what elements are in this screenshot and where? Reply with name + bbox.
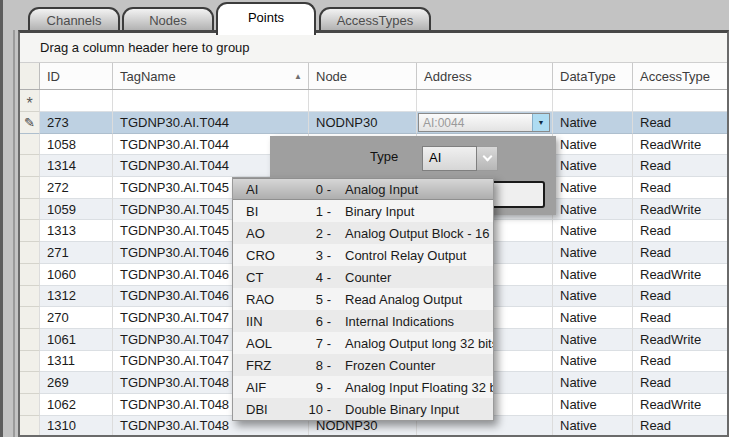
group-by-panel[interactable]: Drag a column header here to group (20, 33, 727, 63)
type-description: Control Relay Output (331, 248, 493, 263)
cell-datatype[interactable]: Native (553, 220, 633, 242)
cell-id[interactable]: 1058 (40, 134, 113, 156)
address-dropdown-button[interactable]: ▼ (532, 114, 549, 131)
type-dropdown-item[interactable]: CT 4 - Counter (233, 266, 493, 288)
cell-datatype[interactable]: Native (553, 199, 633, 221)
cell-datatype[interactable]: Native (553, 286, 633, 308)
cell-accesstype[interactable]: Read (633, 416, 727, 437)
cell-id[interactable]: 1062 (40, 394, 113, 416)
cell-datatype[interactable]: Native (553, 242, 633, 264)
row-indicator-cell (20, 286, 40, 308)
cell-datatype[interactable]: Native (553, 394, 633, 416)
cell-id[interactable]: 1312 (40, 286, 113, 308)
cell-id[interactable] (40, 90, 113, 112)
cell-accesstype[interactable]: ReadWrite (633, 394, 727, 416)
column-header-datatype[interactable]: DataType (553, 63, 633, 89)
cell-tagname[interactable]: TGDNP30.AI.T044 (113, 112, 309, 134)
cell-accesstype[interactable]: Read (633, 351, 727, 373)
type-label: Type (370, 149, 398, 164)
cell-id[interactable]: 270 (40, 307, 113, 329)
cell-datatype[interactable]: Native (553, 112, 633, 134)
type-dropdown-item[interactable]: CRO 3 - Control Relay Output (233, 244, 493, 266)
new-row[interactable]: * (20, 90, 727, 112)
panel-splitter (13, 30, 15, 437)
window-left-edge (0, 0, 3, 437)
cell-accesstype[interactable]: Read (633, 177, 727, 199)
cell-id[interactable]: 1313 (40, 220, 113, 242)
type-dropdown-item[interactable]: DBI 10 - Double Binary Input (233, 398, 493, 420)
type-dropdown-item[interactable]: AIF 9 - Analog Input Floating 32 bits (233, 376, 493, 398)
cell-accesstype[interactable] (633, 90, 727, 112)
column-header-accesstype[interactable]: AccessType (633, 63, 727, 89)
type-code: RAO (233, 292, 289, 307)
cell-datatype[interactable]: Native (553, 134, 633, 156)
cell-accesstype[interactable]: Read (633, 286, 727, 308)
column-header-node[interactable]: Node (309, 63, 417, 89)
tab-bar: Channels Nodes Points AccessTypes (0, 0, 729, 33)
tab-points[interactable]: Points (216, 2, 316, 35)
type-number: 3 - (289, 248, 331, 263)
cell-datatype[interactable]: Native (553, 372, 633, 394)
column-header-tagname[interactable]: TagName ▲ (113, 63, 309, 89)
cell-accesstype[interactable]: Read (633, 372, 727, 394)
cell-address[interactable]: AI:0044 AI:0044 ▼ (417, 112, 553, 134)
type-dropdown-item[interactable]: RAO 5 - Read Analog Output (233, 288, 493, 310)
cell-id[interactable]: 1311 (40, 351, 113, 373)
cell-accesstype[interactable]: ReadWrite (633, 329, 727, 351)
cell-datatype[interactable]: Native (553, 329, 633, 351)
cell-accesstype[interactable]: Read (633, 220, 727, 242)
cell-accesstype[interactable]: ReadWrite (633, 264, 727, 286)
type-combobox[interactable]: AI (422, 146, 498, 171)
cell-id[interactable]: 1310 (40, 416, 113, 437)
address-editor-value[interactable]: AI:0044 (419, 114, 532, 131)
cell-datatype[interactable]: Native (553, 177, 633, 199)
type-dropdown-item[interactable]: IIN 6 - Internal Indications (233, 310, 493, 332)
cell-datatype[interactable]: Native (553, 264, 633, 286)
type-code: AO (233, 226, 289, 241)
address-editor[interactable]: AI:0044 ▼ (418, 113, 550, 132)
column-header-tagname-label: TagName (120, 69, 176, 84)
cell-id[interactable]: 1314 (40, 155, 113, 177)
type-combobox-value[interactable]: AI (422, 146, 477, 171)
cell-accesstype[interactable]: Read (633, 242, 727, 264)
type-code: AOL (233, 336, 289, 351)
cell-address[interactable] (417, 90, 553, 112)
cell-id[interactable]: 273 (40, 112, 113, 134)
type-dropdown-item[interactable]: AOL 7 - Analog Output long 32 bits (233, 332, 493, 354)
type-number: 10 - (289, 402, 331, 417)
cell-tagname[interactable] (113, 90, 309, 112)
cell-id[interactable]: 1061 (40, 329, 113, 351)
type-number: 9 - (289, 380, 331, 395)
type-combobox-dropdown-button[interactable] (477, 146, 498, 171)
cell-datatype[interactable]: Native (553, 155, 633, 177)
cell-datatype[interactable]: Native (553, 416, 633, 437)
cell-id[interactable]: 1059 (40, 199, 113, 221)
cell-datatype[interactable]: Native (553, 351, 633, 373)
cell-accesstype[interactable]: Read (633, 155, 727, 177)
type-code: BI (233, 204, 289, 219)
cell-datatype[interactable] (553, 90, 633, 112)
cell-id[interactable]: 269 (40, 372, 113, 394)
type-dropdown-item[interactable]: AI 0 - Analog Input (233, 178, 493, 200)
type-number: 4 - (289, 270, 331, 285)
row-indicator-cell (20, 220, 40, 242)
cell-node[interactable] (309, 90, 417, 112)
row-indicator-cell (20, 177, 40, 199)
cell-accesstype[interactable]: ReadWrite (633, 199, 727, 221)
cell-id[interactable]: 272 (40, 177, 113, 199)
cell-accesstype[interactable]: ReadWrite (633, 134, 727, 156)
cell-accesstype[interactable]: Read (633, 307, 727, 329)
cell-accesstype[interactable]: Read (633, 112, 727, 134)
cell-id[interactable]: 1060 (40, 264, 113, 286)
table-row[interactable]: ✎ 273 TGDNP30.AI.T044 NODNP30 AI:0044 AI… (20, 112, 727, 134)
column-header-id[interactable]: ID (40, 63, 113, 89)
type-dropdown-item[interactable]: BI 1 - Binary Input (233, 200, 493, 222)
type-dropdown-item[interactable]: AO 2 - Analog Output Block - 16 bits (233, 222, 493, 244)
type-number: 5 - (289, 292, 331, 307)
cell-datatype[interactable]: Native (553, 307, 633, 329)
type-number: 8 - (289, 358, 331, 373)
cell-id[interactable]: 271 (40, 242, 113, 264)
column-header-address[interactable]: Address (417, 63, 553, 89)
type-dropdown-item[interactable]: FRZ 8 - Frozen Counter (233, 354, 493, 376)
cell-node[interactable]: NODNP30 (309, 112, 417, 134)
